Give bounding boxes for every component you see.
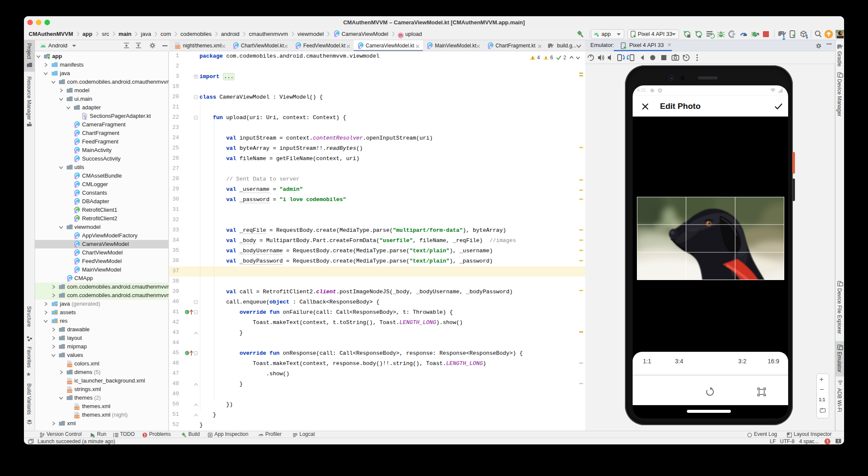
svg-text:app: app [601,31,611,37]
svg-text:Pixel 4 API 33: Pixel 4 API 33 [638,31,672,37]
svg-text:A: A [698,35,701,39]
